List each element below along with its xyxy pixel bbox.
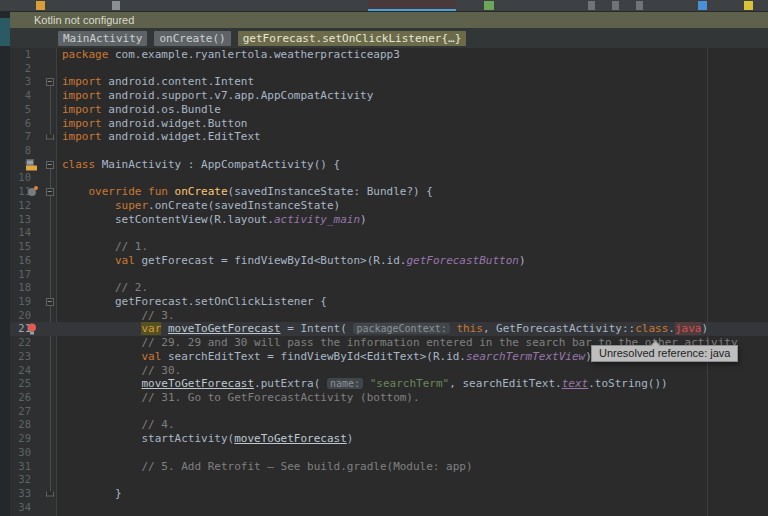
code-text: super.onCreate(savedInstanceState): [62, 199, 340, 213]
line-number: 27: [11, 405, 31, 419]
fold-marker[interactable]: −: [46, 78, 54, 86]
line-number: 7: [11, 130, 31, 144]
code-line[interactable]: 29 startActivity(moveToGetForecast): [10, 432, 768, 446]
line-number: 16: [11, 254, 31, 268]
code-line[interactable]: 20 // 3.: [10, 309, 768, 323]
chevron-icon-1[interactable]: [588, 1, 595, 10]
code-text: package com.example.ryanlertola.weatherp…: [62, 48, 400, 62]
code-line[interactable]: 1package com.example.ryanlertola.weather…: [10, 48, 768, 62]
code-line[interactable]: 7import android.widget.EditText: [10, 130, 768, 144]
code-line[interactable]: 18 // 2.: [10, 281, 768, 295]
line-number: 4: [11, 89, 31, 103]
code-line[interactable]: 28 // 4.: [10, 418, 768, 432]
gutter: 33: [10, 487, 57, 501]
breadcrumb-chip-1[interactable]: onCreate(): [154, 31, 230, 46]
code-text: val searchEditText = findViewById<EditTe…: [62, 350, 592, 364]
line-number: 32: [11, 473, 31, 487]
gutter: 16: [10, 254, 57, 268]
code-line[interactable]: 8: [10, 144, 768, 158]
gutter: 5: [10, 103, 57, 117]
gutter: 25: [10, 377, 57, 391]
chevron-icon-3[interactable]: [636, 1, 643, 10]
tool-window-stripe: [0, 18, 10, 46]
fold-marker[interactable]: [46, 135, 54, 140]
gutter: 6: [10, 117, 57, 131]
code-line[interactable]: 30: [10, 446, 768, 460]
code-text: override fun onCreate(savedInstanceState…: [62, 185, 433, 199]
code-line[interactable]: 17: [10, 268, 768, 282]
toolbar-icon-yellow[interactable]: [744, 1, 753, 10]
code-line[interactable]: 15 // 1.: [10, 240, 768, 254]
gutter: 7: [10, 130, 57, 144]
code-line[interactable]: 5import android.os.Bundle: [10, 103, 768, 117]
code-text: import android.content.Intent: [62, 75, 254, 89]
code-line[interactable]: 21 var moveToGetForecast = Intent( packa…: [10, 322, 768, 336]
code-line[interactable]: 25 moveToGetForecast.putExtra( name: "se…: [10, 377, 768, 391]
gutter: 21: [10, 322, 57, 336]
notification-text: Kotlin not configured: [34, 14, 134, 26]
code-text: val getForecast = findViewById<Button>(R…: [62, 254, 526, 268]
line-number: 33: [11, 487, 31, 501]
toolbar-icon-gray[interactable]: [112, 1, 120, 10]
line-number: 1: [11, 48, 31, 62]
gutter: 9−: [10, 158, 57, 172]
code-line[interactable]: 24 // 30.: [10, 364, 768, 378]
code-line[interactable]: 27: [10, 405, 768, 419]
code-text: // 4.: [62, 418, 175, 432]
breadcrumb-chip-0[interactable]: MainActivity: [58, 31, 147, 46]
code-line[interactable]: 9−class MainActivity : AppCompatActivity…: [10, 158, 768, 172]
gutter: 19−: [10, 295, 57, 309]
active-file-tab[interactable]: [368, 0, 456, 11]
code-line[interactable]: 3−import android.content.Intent: [10, 75, 768, 89]
toolbar-icon-orange[interactable]: [36, 1, 45, 10]
line-number: 20: [11, 309, 31, 323]
line-number: 23: [11, 350, 31, 364]
code-line[interactable]: 4import android.support.v7.app.AppCompat…: [10, 89, 768, 103]
code-line[interactable]: 2: [10, 62, 768, 76]
breadcrumb-chip-2[interactable]: getForecast.setOnClickListener{…}: [238, 31, 467, 46]
device-icon[interactable]: [484, 1, 494, 10]
code-text: import android.support.v7.app.AppCompatA…: [62, 89, 373, 103]
fold-marker[interactable]: [46, 491, 54, 496]
code-text: // 2.: [62, 281, 148, 295]
code-line[interactable]: 34: [10, 501, 768, 515]
fold-marker[interactable]: −: [46, 161, 54, 169]
toolbar-icon-blue[interactable]: [698, 1, 707, 10]
error-tooltip: Unresolved reference: java: [591, 345, 738, 362]
code-rows: 1package com.example.ryanlertola.weather…: [10, 48, 768, 514]
code-text: startActivity(moveToGetForecast): [62, 432, 353, 446]
code-line[interactable]: 33 }: [10, 487, 768, 501]
code-line[interactable]: 10: [10, 171, 768, 185]
line-number: 10: [11, 171, 31, 185]
error-tooltip-text: Unresolved reference: java: [599, 347, 730, 359]
window-left-edge: [0, 12, 10, 516]
code-text: // 5. Add Retrofit — See build.gradle(Mo…: [62, 460, 473, 474]
override-method-icon[interactable]: [28, 188, 36, 196]
gutter: 31: [10, 460, 57, 474]
code-editor[interactable]: 1package com.example.ryanlertola.weather…: [10, 48, 768, 516]
fold-marker[interactable]: −: [46, 298, 54, 306]
code-line[interactable]: 14: [10, 226, 768, 240]
gutter: 11−: [10, 185, 57, 199]
toolbar-strip: [0, 0, 768, 12]
code-line[interactable]: 13 setContentView(R.layout.activity_main…: [10, 213, 768, 227]
code-line[interactable]: 6import android.widget.Button: [10, 117, 768, 131]
code-line[interactable]: 19− getForecast.setOnClickListener {: [10, 295, 768, 309]
line-number: 25: [11, 377, 31, 391]
error-bulb-icon[interactable]: [28, 324, 36, 335]
line-number: 18: [11, 281, 31, 295]
code-line[interactable]: 11− override fun onCreate(savedInstanceS…: [10, 185, 768, 199]
gutter: 26: [10, 391, 57, 405]
line-number: 26: [11, 391, 31, 405]
gutter: 8: [10, 144, 57, 158]
gutter: 22: [10, 336, 57, 350]
chevron-icon-2[interactable]: [612, 1, 619, 10]
code-line[interactable]: 26 // 31. Go to GetForecastActivity (bot…: [10, 391, 768, 405]
code-line[interactable]: 16 val getForecast = findViewById<Button…: [10, 254, 768, 268]
fold-marker[interactable]: −: [46, 188, 54, 196]
code-line[interactable]: 31 // 5. Add Retrofit — See build.gradle…: [10, 460, 768, 474]
code-line[interactable]: 32: [10, 473, 768, 487]
code-line[interactable]: 12 super.onCreate(savedInstanceState): [10, 199, 768, 213]
gutter: 29: [10, 432, 57, 446]
line-number: 6: [11, 117, 31, 131]
